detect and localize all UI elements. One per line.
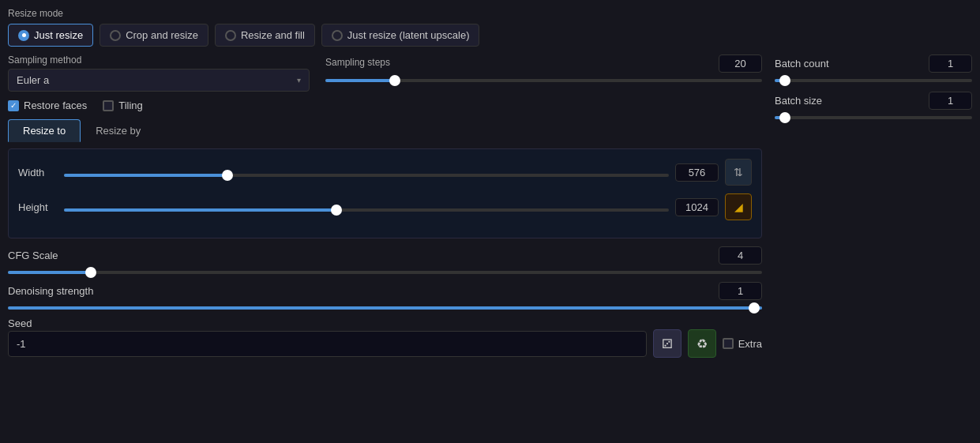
- lock-icon: ◢: [734, 201, 743, 213]
- cfg-scale-header: CFG Scale 4: [8, 246, 762, 265]
- tiling-checkbox[interactable]: Tiling: [103, 99, 143, 111]
- resize-mode-latent-upscale[interactable]: Just resize (latent upscale): [321, 24, 480, 47]
- width-slider-thumb[interactable]: [222, 170, 233, 181]
- seed-label: Seed: [8, 317, 762, 329]
- height-slider-fill: [64, 208, 336, 212]
- tiling-check-icon: [103, 100, 114, 111]
- denoising-header: Denoising strength 1: [8, 282, 762, 300]
- cfg-scale-thumb[interactable]: [85, 267, 96, 278]
- resize-mode-label: Resize mode: [8, 8, 972, 19]
- extra-label: Extra: [738, 338, 762, 350]
- sampling-steps-block: Sampling steps 20: [325, 54, 762, 92]
- height-slider[interactable]: [64, 208, 669, 212]
- radio-latent-icon: [332, 30, 343, 41]
- width-slider-wrap: [64, 167, 669, 177]
- resize-mode-latent-label: Just resize (latent upscale): [347, 29, 470, 41]
- denoising-fill: [8, 306, 762, 310]
- batch-count-header: Batch count 1: [775, 54, 972, 73]
- seed-input[interactable]: [8, 331, 647, 357]
- sampling-method-label: Sampling method: [8, 54, 310, 66]
- steps-header-row: Sampling steps 20: [325, 54, 762, 73]
- resize-mode-row: Just resize Crop and resize Resize and f…: [8, 24, 972, 47]
- radio-just-resize-icon: [18, 30, 29, 41]
- resize-mode-resize-fill[interactable]: Resize and fill: [215, 24, 315, 47]
- resize-mode-crop-label: Crop and resize: [126, 29, 198, 41]
- sampling-row: Sampling method Euler a ▾ Sampling steps…: [8, 54, 762, 92]
- height-slider-wrap: [64, 202, 669, 212]
- resize-mode-just-resize-label: Just resize: [34, 29, 83, 41]
- sampling-steps-slider[interactable]: [325, 79, 762, 82]
- dice-icon: ⚂: [662, 336, 673, 351]
- denoising-value[interactable]: 1: [719, 282, 762, 300]
- sampling-method-arrow-icon: ▾: [297, 76, 301, 84]
- width-slider[interactable]: [64, 174, 669, 177]
- denoising-slider[interactable]: [8, 306, 762, 310]
- batch-size-label: Batch size: [775, 95, 822, 107]
- restore-faces-check-icon: [8, 100, 19, 111]
- checkbox-row: Restore faces Tiling: [8, 99, 762, 111]
- width-slider-fill: [64, 174, 227, 177]
- width-value[interactable]: 576: [675, 163, 719, 182]
- batch-size-row: Batch size 1: [775, 92, 972, 119]
- batch-size-slider[interactable]: [775, 116, 972, 119]
- extra-checkbox[interactable]: Extra: [723, 338, 762, 350]
- batch-size-header: Batch size 1: [775, 92, 972, 110]
- batch-size-value[interactable]: 1: [929, 92, 972, 110]
- sampling-method-select[interactable]: Euler a ▾: [8, 69, 310, 92]
- denoising-thumb[interactable]: [749, 302, 760, 313]
- cfg-scale-fill: [8, 271, 91, 274]
- recycle-seed-button[interactable]: ♻: [688, 329, 716, 358]
- radio-fill-icon: [225, 30, 236, 41]
- sampling-steps-value[interactable]: 20: [719, 54, 762, 73]
- width-label: Width: [18, 167, 58, 178]
- height-slider-thumb[interactable]: [331, 205, 342, 216]
- cfg-scale-row: CFG Scale 4: [8, 246, 762, 274]
- seed-row: Seed ⚂ ♻ Extra: [8, 317, 762, 358]
- cfg-scale-slider[interactable]: [8, 271, 762, 274]
- sampling-method-block: Sampling method Euler a ▾: [8, 54, 310, 92]
- tab-resize-to[interactable]: Resize to: [8, 119, 81, 142]
- lock-aspect-button[interactable]: ◢: [725, 193, 752, 220]
- sampling-steps-fill: [325, 79, 395, 82]
- height-row: Height 1024 ◢: [18, 193, 752, 220]
- right-column: Batch count 1 Batch size 1: [775, 54, 972, 366]
- sampling-steps-thumb[interactable]: [389, 75, 400, 86]
- height-value[interactable]: 1024: [675, 198, 719, 216]
- restore-faces-label: Restore faces: [24, 99, 87, 111]
- height-label: Height: [18, 201, 58, 213]
- tab-resize-by[interactable]: Resize by: [81, 119, 156, 142]
- batch-size-thumb[interactable]: [779, 112, 790, 123]
- batch-count-slider[interactable]: [775, 79, 972, 82]
- cfg-scale-label: CFG Scale: [8, 250, 58, 261]
- recycle-icon: ♻: [697, 336, 708, 351]
- batch-count-row: Batch count 1: [775, 54, 972, 82]
- resize-tabs-row: Resize to Resize by: [8, 119, 762, 142]
- randomize-seed-button[interactable]: ⚂: [653, 329, 681, 358]
- tiling-label: Tiling: [118, 99, 143, 111]
- left-column: Sampling method Euler a ▾ Sampling steps…: [8, 54, 762, 366]
- main-layout: Sampling method Euler a ▾ Sampling steps…: [8, 54, 972, 366]
- resize-mode-fill-label: Resize and fill: [241, 29, 305, 41]
- swap-icon: ⇅: [734, 166, 743, 178]
- seed-input-row: ⚂ ♻ Extra: [8, 329, 762, 358]
- denoising-label: Denoising strength: [8, 285, 93, 297]
- batch-count-label: Batch count: [775, 58, 829, 69]
- resize-mode-crop-and-resize[interactable]: Crop and resize: [100, 24, 208, 47]
- restore-faces-checkbox[interactable]: Restore faces: [8, 99, 87, 111]
- extra-check-icon: [723, 338, 734, 349]
- swap-dimensions-button[interactable]: ⇅: [725, 159, 752, 186]
- sampling-steps-label: Sampling steps: [325, 57, 712, 68]
- resize-mode-just-resize[interactable]: Just resize: [8, 24, 93, 47]
- resize-panel: Width 576 ⇅ Height: [8, 148, 762, 238]
- denoising-row: Denoising strength 1: [8, 282, 762, 310]
- batch-count-value[interactable]: 1: [929, 54, 972, 73]
- width-row: Width 576 ⇅: [18, 159, 752, 186]
- sampling-method-value: Euler a: [17, 74, 49, 86]
- radio-crop-icon: [110, 30, 121, 41]
- cfg-scale-value[interactable]: 4: [719, 246, 762, 265]
- batch-count-thumb[interactable]: [779, 75, 790, 86]
